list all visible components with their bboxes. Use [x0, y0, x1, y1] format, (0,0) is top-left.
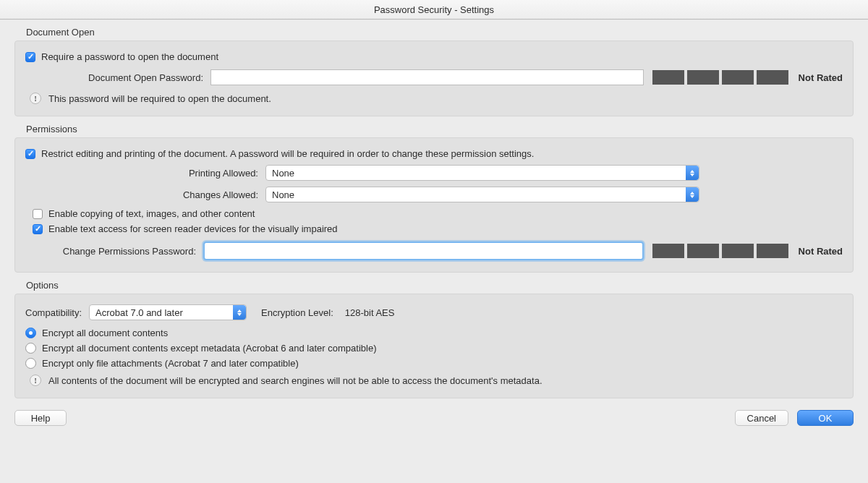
section-label-options: Options — [14, 277, 854, 294]
printing-allowed-select[interactable]: None — [265, 165, 699, 181]
enable-reader-label: Enable text access for screen reader dev… — [48, 223, 338, 234]
radio-encrypt-all-label: Encrypt all document contents — [42, 328, 168, 338]
dialog-footer: Help Cancel OK — [0, 403, 868, 426]
radio-encrypt-all[interactable] — [25, 328, 36, 338]
printing-allowed-label: Printing Allowed: — [25, 168, 265, 179]
compatibility-select[interactable]: Acrobat 7.0 and later — [89, 304, 247, 320]
permissions-password-strength-label: Not Rated — [799, 246, 843, 257]
change-permissions-password-input[interactable] — [203, 241, 644, 260]
compatibility-value: Acrobat 7.0 and later — [95, 307, 183, 318]
dropdown-stepper-icon — [233, 305, 246, 320]
changes-allowed-select[interactable]: None — [265, 187, 699, 202]
checkbox-restrict-editing[interactable] — [25, 149, 35, 159]
password-strength-label: Not Rated — [799, 72, 843, 83]
cancel-button[interactable]: Cancel — [735, 410, 788, 426]
checkbox-enable-reader[interactable] — [33, 224, 43, 234]
password-strength-meter — [652, 70, 788, 85]
changes-allowed-value: None — [272, 189, 294, 200]
document-open-info-text: This password will be required to open t… — [48, 93, 271, 104]
checkbox-enable-copy[interactable] — [33, 209, 43, 219]
section-document-open: Require a password to open the document … — [14, 40, 854, 116]
options-info-text: All contents of the document will be enc… — [48, 375, 542, 386]
radio-encrypt-attachments-only-label: Encrypt only file attachments (Acrobat 7… — [42, 358, 299, 369]
dropdown-stepper-icon — [686, 187, 699, 202]
restrict-editing-label: Restrict editing and printing of the doc… — [41, 148, 534, 159]
info-icon: ! — [30, 375, 41, 386]
encryption-level-value: 128-bit AES — [333, 307, 395, 318]
document-open-password-label: Document Open Password: — [25, 72, 210, 83]
section-permissions: Restrict editing and printing of the doc… — [14, 137, 854, 273]
enable-copy-label: Enable copying of text, images, and othe… — [48, 208, 255, 219]
document-open-password-input[interactable] — [210, 69, 644, 85]
require-password-label: Require a password to open the document — [41, 51, 218, 62]
info-icon: ! — [30, 93, 41, 104]
compatibility-label: Compatibility: — [25, 307, 89, 318]
checkbox-require-password[interactable] — [25, 52, 35, 62]
changes-allowed-label: Changes Allowed: — [25, 189, 265, 200]
section-label-document-open: Document Open — [14, 24, 854, 40]
section-options: Compatibility: Acrobat 7.0 and later Enc… — [14, 294, 854, 398]
window-title: Password Security - Settings — [0, 0, 868, 20]
dropdown-stepper-icon — [686, 166, 699, 180]
section-label-permissions: Permissions — [14, 121, 854, 137]
radio-encrypt-attachments-only[interactable] — [25, 358, 36, 369]
change-permissions-password-label: Change Permissions Password: — [25, 246, 203, 257]
radio-encrypt-except-metadata[interactable] — [25, 343, 36, 354]
help-button[interactable]: Help — [14, 410, 67, 426]
ok-button[interactable]: OK — [797, 410, 854, 426]
permissions-password-strength-meter — [652, 244, 788, 258]
encryption-level-label: Encryption Level: — [247, 307, 333, 318]
radio-encrypt-except-metadata-label: Encrypt all document contents except met… — [42, 343, 376, 354]
printing-allowed-value: None — [272, 168, 294, 179]
